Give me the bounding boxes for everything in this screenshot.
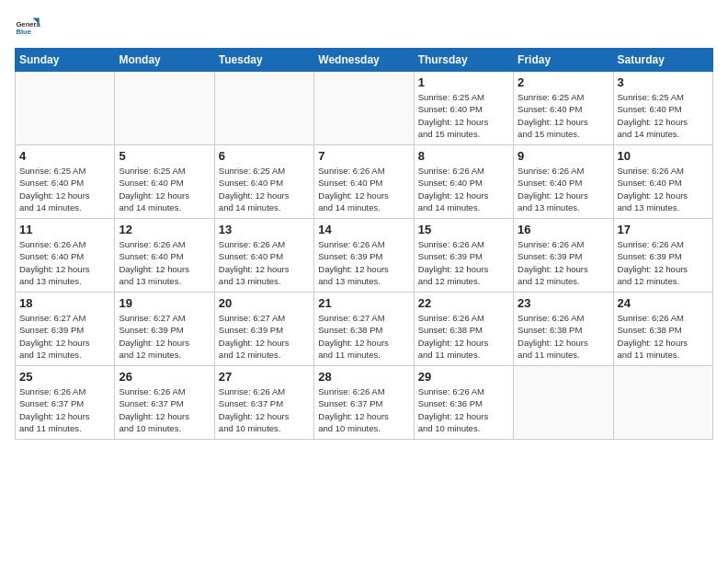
week-row-3: 11Sunrise: 6:26 AM Sunset: 6:40 PM Dayli… [16, 219, 713, 293]
cell-info: Sunrise: 6:27 AM Sunset: 6:39 PM Dayligh… [219, 312, 310, 361]
calendar-cell [115, 72, 214, 145]
cell-info: Sunrise: 6:25 AM Sunset: 6:40 PM Dayligh… [618, 91, 709, 140]
cell-info: Sunrise: 6:25 AM Sunset: 6:40 PM Dayligh… [219, 165, 310, 213]
calendar-cell: 25Sunrise: 6:26 AM Sunset: 6:37 PM Dayli… [16, 366, 115, 440]
day-number: 26 [119, 370, 210, 384]
calendar-cell: 12Sunrise: 6:26 AM Sunset: 6:40 PM Dayli… [115, 219, 214, 293]
calendar-cell: 24Sunrise: 6:26 AM Sunset: 6:38 PM Dayli… [613, 293, 712, 366]
calendar-cell: 10Sunrise: 6:26 AM Sunset: 6:40 PM Dayli… [613, 145, 712, 219]
calendar-cell: 15Sunrise: 6:26 AM Sunset: 6:39 PM Dayli… [414, 219, 513, 293]
calendar-cell [314, 72, 414, 145]
calendar-cell: 27Sunrise: 6:26 AM Sunset: 6:37 PM Dayli… [214, 366, 313, 440]
cell-info: Sunrise: 6:26 AM Sunset: 6:40 PM Dayligh… [518, 165, 609, 213]
day-number: 17 [618, 223, 709, 236]
cell-info: Sunrise: 6:26 AM Sunset: 6:36 PM Dayligh… [418, 385, 509, 434]
weekday-header-wednesday: Wednesday [314, 49, 414, 72]
cell-info: Sunrise: 6:27 AM Sunset: 6:39 PM Dayligh… [19, 312, 110, 361]
day-number: 27 [219, 370, 310, 384]
cell-info: Sunrise: 6:26 AM Sunset: 6:40 PM Dayligh… [219, 238, 310, 287]
cell-info: Sunrise: 6:25 AM Sunset: 6:40 PM Dayligh… [418, 91, 509, 140]
calendar-cell [16, 72, 115, 145]
calendar-cell: 14Sunrise: 6:26 AM Sunset: 6:39 PM Dayli… [314, 219, 414, 293]
day-number: 25 [19, 370, 110, 384]
calendar-cell: 19Sunrise: 6:27 AM Sunset: 6:39 PM Dayli… [115, 293, 214, 366]
cell-info: Sunrise: 6:26 AM Sunset: 6:40 PM Dayligh… [418, 165, 509, 213]
calendar-cell: 21Sunrise: 6:27 AM Sunset: 6:38 PM Dayli… [314, 293, 414, 366]
calendar-table: SundayMondayTuesdayWednesdayThursdayFrid… [15, 48, 713, 440]
day-number: 13 [219, 223, 310, 236]
day-number: 5 [119, 149, 210, 163]
day-number: 3 [618, 75, 709, 89]
cell-info: Sunrise: 6:26 AM Sunset: 6:37 PM Dayligh… [19, 385, 110, 434]
weekday-header-thursday: Thursday [414, 49, 513, 72]
week-row-4: 18Sunrise: 6:27 AM Sunset: 6:39 PM Dayli… [16, 293, 713, 366]
calendar-cell: 7Sunrise: 6:26 AM Sunset: 6:40 PM Daylig… [314, 145, 414, 219]
cell-info: Sunrise: 6:26 AM Sunset: 6:40 PM Dayligh… [618, 165, 709, 213]
day-number: 15 [418, 223, 509, 236]
logo-icon: General Blue [15, 15, 40, 40]
day-number: 14 [318, 223, 409, 236]
calendar-cell [613, 366, 712, 440]
calendar-cell: 4Sunrise: 6:25 AM Sunset: 6:40 PM Daylig… [16, 145, 115, 219]
calendar-cell: 26Sunrise: 6:26 AM Sunset: 6:37 PM Dayli… [115, 366, 214, 440]
cell-info: Sunrise: 6:25 AM Sunset: 6:40 PM Dayligh… [518, 91, 609, 140]
day-number: 28 [318, 370, 409, 384]
calendar-cell: 8Sunrise: 6:26 AM Sunset: 6:40 PM Daylig… [414, 145, 513, 219]
calendar-cell: 28Sunrise: 6:26 AM Sunset: 6:37 PM Dayli… [314, 366, 414, 440]
day-number: 8 [418, 149, 509, 163]
cell-info: Sunrise: 6:26 AM Sunset: 6:39 PM Dayligh… [618, 238, 709, 287]
cell-info: Sunrise: 6:26 AM Sunset: 6:40 PM Dayligh… [119, 238, 210, 287]
svg-text:Blue: Blue [16, 28, 31, 36]
day-number: 6 [219, 149, 310, 163]
cell-info: Sunrise: 6:26 AM Sunset: 6:40 PM Dayligh… [19, 238, 110, 287]
day-number: 18 [19, 296, 110, 310]
calendar-cell: 11Sunrise: 6:26 AM Sunset: 6:40 PM Dayli… [16, 219, 115, 293]
week-row-2: 4Sunrise: 6:25 AM Sunset: 6:40 PM Daylig… [16, 145, 713, 219]
weekday-header-tuesday: Tuesday [214, 49, 313, 72]
cell-info: Sunrise: 6:26 AM Sunset: 6:39 PM Dayligh… [418, 238, 509, 287]
cell-info: Sunrise: 6:26 AM Sunset: 6:38 PM Dayligh… [618, 312, 709, 361]
day-number: 2 [518, 75, 609, 89]
day-number: 10 [618, 149, 709, 163]
cell-info: Sunrise: 6:25 AM Sunset: 6:40 PM Dayligh… [119, 165, 210, 213]
cell-info: Sunrise: 6:26 AM Sunset: 6:38 PM Dayligh… [518, 312, 609, 361]
header: General Blue [15, 15, 713, 40]
day-number: 24 [618, 296, 709, 310]
cell-info: Sunrise: 6:27 AM Sunset: 6:38 PM Dayligh… [318, 312, 409, 361]
calendar-cell: 13Sunrise: 6:26 AM Sunset: 6:40 PM Dayli… [214, 219, 313, 293]
calendar-cell [214, 72, 313, 145]
cell-info: Sunrise: 6:26 AM Sunset: 6:39 PM Dayligh… [318, 238, 409, 287]
day-number: 11 [19, 223, 110, 236]
week-row-5: 25Sunrise: 6:26 AM Sunset: 6:37 PM Dayli… [16, 366, 713, 440]
day-number: 22 [418, 296, 509, 310]
cell-info: Sunrise: 6:26 AM Sunset: 6:38 PM Dayligh… [418, 312, 509, 361]
calendar-cell [514, 366, 613, 440]
day-number: 9 [518, 149, 609, 163]
day-number: 29 [418, 370, 509, 384]
day-number: 4 [19, 149, 110, 163]
cell-info: Sunrise: 6:25 AM Sunset: 6:40 PM Dayligh… [19, 165, 110, 213]
calendar-cell: 20Sunrise: 6:27 AM Sunset: 6:39 PM Dayli… [214, 293, 313, 366]
calendar-cell: 2Sunrise: 6:25 AM Sunset: 6:40 PM Daylig… [514, 72, 613, 145]
calendar-cell: 29Sunrise: 6:26 AM Sunset: 6:36 PM Dayli… [414, 366, 513, 440]
calendar-cell: 18Sunrise: 6:27 AM Sunset: 6:39 PM Dayli… [16, 293, 115, 366]
weekday-header-sunday: Sunday [16, 49, 115, 72]
weekday-header-monday: Monday [115, 49, 214, 72]
cell-info: Sunrise: 6:27 AM Sunset: 6:39 PM Dayligh… [119, 312, 210, 361]
cell-info: Sunrise: 6:26 AM Sunset: 6:37 PM Dayligh… [318, 385, 409, 434]
calendar-cell: 16Sunrise: 6:26 AM Sunset: 6:39 PM Dayli… [514, 219, 613, 293]
calendar-cell: 6Sunrise: 6:25 AM Sunset: 6:40 PM Daylig… [214, 145, 313, 219]
calendar-cell: 3Sunrise: 6:25 AM Sunset: 6:40 PM Daylig… [613, 72, 712, 145]
day-number: 20 [219, 296, 310, 310]
day-number: 16 [518, 223, 609, 236]
weekday-header-friday: Friday [514, 49, 613, 72]
cell-info: Sunrise: 6:26 AM Sunset: 6:37 PM Dayligh… [119, 385, 210, 434]
day-number: 21 [318, 296, 409, 310]
calendar-cell: 22Sunrise: 6:26 AM Sunset: 6:38 PM Dayli… [414, 293, 513, 366]
calendar-cell: 17Sunrise: 6:26 AM Sunset: 6:39 PM Dayli… [613, 219, 712, 293]
calendar-cell: 23Sunrise: 6:26 AM Sunset: 6:38 PM Dayli… [514, 293, 613, 366]
weekday-header-row: SundayMondayTuesdayWednesdayThursdayFrid… [16, 49, 713, 72]
day-number: 23 [518, 296, 609, 310]
week-row-1: 1Sunrise: 6:25 AM Sunset: 6:40 PM Daylig… [16, 72, 713, 145]
logo: General Blue [15, 15, 40, 40]
